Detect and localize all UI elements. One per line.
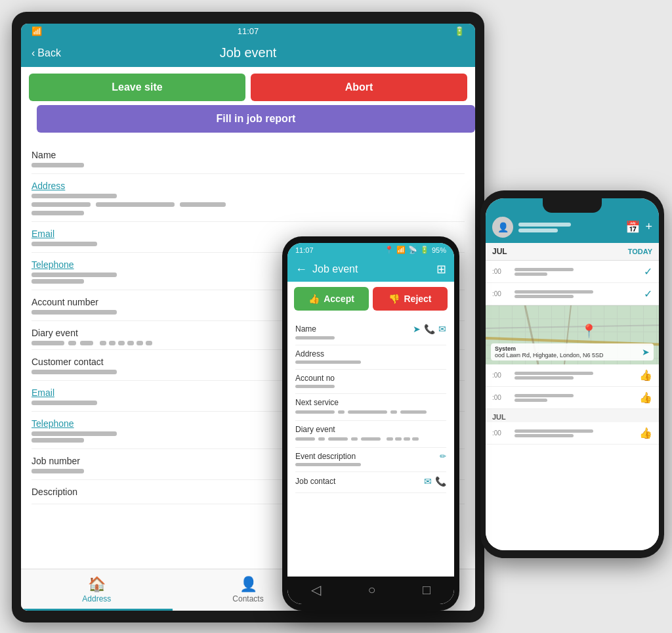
email-value (32, 242, 97, 246)
phone-screen: 11:07 📍 📶 📡 🔋 95% ← Job event ⊞ 👍 Accept… (287, 243, 454, 604)
address-label[interactable]: Address (32, 181, 465, 191)
account-number-value (32, 310, 117, 315)
sp-list-item[interactable]: :00 👍 (486, 364, 659, 387)
sp-header-lines (518, 221, 625, 234)
phone-address-field: Address (295, 345, 446, 370)
avatar-image: 👤 (497, 222, 509, 232)
wifi-icon: 📶 (396, 246, 406, 254)
email-contact-icon[interactable]: ✉ (424, 476, 432, 487)
name-label: Name (32, 150, 465, 160)
wifi-icon: 📶 (32, 26, 42, 36)
d3 (118, 341, 125, 345)
navigate-icon[interactable]: ➤ (413, 324, 421, 334)
phone-back-button[interactable]: ← (295, 263, 307, 276)
back-arrow-icon: ‹ (32, 47, 35, 59)
thumb-icon3: 👍 (639, 427, 652, 439)
d1 (100, 341, 106, 345)
map-address-text: ood Lawn Rd, Highgate, London, N6 5SD (495, 352, 604, 359)
tablet-header: ‹ Back Job event (21, 39, 475, 67)
battery-percent: 95% (432, 246, 446, 254)
phone-event-desc-line (295, 463, 361, 466)
sp-header-icons: 📅 + (625, 220, 652, 234)
thumb-icon2: 👍 (639, 391, 652, 404)
phone-call-icon[interactable]: 📞 (424, 324, 435, 334)
sp-date-bar: JUL TODAY (486, 243, 659, 261)
d4 (127, 341, 134, 345)
back-button[interactable]: ‹ Back (32, 47, 61, 59)
phone-next-service-field: Next service (295, 394, 446, 421)
leave-site-button[interactable]: Leave site (29, 74, 245, 101)
phone-diary-label: Diary event (295, 425, 446, 434)
fill-report-button[interactable]: Fill in job report (37, 105, 475, 133)
diary-dash1 (68, 341, 76, 345)
email2-value (32, 401, 97, 405)
tab-address[interactable]: 🏠 Address (21, 569, 173, 611)
address-line3 (32, 211, 84, 215)
phone-address-line (295, 360, 361, 364)
job-number-value (32, 469, 84, 473)
email-icon[interactable]: ✉ (438, 324, 446, 334)
reject-label: Reject (404, 294, 431, 304)
phone-contact-icons: ✉ 📞 (424, 476, 446, 487)
sp-list-item[interactable]: :00 ✓ (486, 283, 659, 305)
thumbs-down-icon: 👎 (388, 294, 400, 304)
name-value (32, 163, 84, 167)
sp-time1: :00 (492, 268, 511, 275)
sp-hline2 (518, 229, 558, 232)
sp-jul-label: JUL (492, 247, 507, 256)
phone-event-desc-field: Event description ✏ (295, 448, 446, 472)
d6 (146, 341, 152, 345)
thumbs-up-icon: 👍 (308, 294, 320, 304)
sp-section-jul: JUL (486, 409, 659, 422)
phone-diary-row (295, 436, 446, 442)
sp-list-item[interactable]: :00 ✓ (486, 261, 659, 283)
sp-list-item[interactable]: :00 👍 (486, 422, 659, 445)
check-icon1: ✓ (644, 265, 652, 278)
home-nav-icon[interactable]: ○ (368, 582, 375, 598)
map-pin-icon: 📍 (581, 323, 597, 339)
svg-line-3 (486, 325, 659, 328)
accept-button[interactable]: 👍 Accept (294, 287, 369, 311)
grid-icon[interactable]: ⊞ (436, 262, 446, 276)
sp-item-content2 (514, 289, 640, 299)
call-contact-icon[interactable]: 📞 (435, 476, 446, 487)
recents-nav-icon[interactable]: □ (423, 582, 430, 598)
telephone-line2 (32, 279, 84, 284)
phone-address-label: Address (295, 349, 446, 359)
edit-icon[interactable]: ✏ (440, 452, 446, 461)
phone-bottom-bar: ◁ ○ □ (287, 577, 454, 604)
reject-button[interactable]: 👎 Reject (373, 287, 448, 311)
smartphone-screen: 👤 📅 + JUL TODAY :00 (486, 198, 659, 550)
sp-time3: :00 (492, 372, 511, 379)
telephone2-line1 (32, 431, 117, 436)
tablet-status-bar: 📶 11:07 🔋 (21, 24, 475, 39)
calendar-icon[interactable]: 📅 (625, 220, 640, 234)
location-icon: 📍 (385, 246, 394, 254)
sp-map[interactable]: 📍 System ood Lawn Rd, Highgate, London, … (486, 305, 659, 364)
sp-item-content5 (514, 428, 635, 439)
phone-time: 11:07 (295, 246, 314, 254)
sp-item-content4 (514, 393, 635, 403)
phone-service-row (295, 409, 446, 415)
phone-name-line (295, 336, 335, 339)
sp-list-item[interactable]: :00 👍 (486, 387, 659, 409)
home-icon: 🏠 (88, 576, 106, 593)
back-nav-icon[interactable]: ◁ (311, 582, 321, 598)
map-system-label: System (495, 345, 604, 352)
phone-account-line (295, 385, 335, 388)
phone-job-contact-label: Job contact ✉ 📞 (295, 476, 446, 487)
thumb-icon1: 👍 (639, 369, 652, 382)
phone-diary-field: Diary event (295, 421, 446, 448)
sp-time4: :00 (492, 394, 511, 401)
add-icon[interactable]: + (645, 220, 652, 234)
battery-icon: 🔋 (420, 246, 429, 254)
map-navigate-icon[interactable]: ➤ (642, 347, 650, 357)
contacts-icon: 👤 (240, 576, 257, 593)
abort-button[interactable]: Abort (251, 74, 467, 101)
sp-time2: :00 (492, 290, 511, 297)
accept-label: Accept (324, 294, 354, 304)
battery-icon: 🔋 (454, 26, 465, 36)
status-time: 11:07 (238, 26, 259, 36)
phone-header: ← Job event ⊞ (287, 257, 454, 282)
d2 (109, 341, 116, 345)
